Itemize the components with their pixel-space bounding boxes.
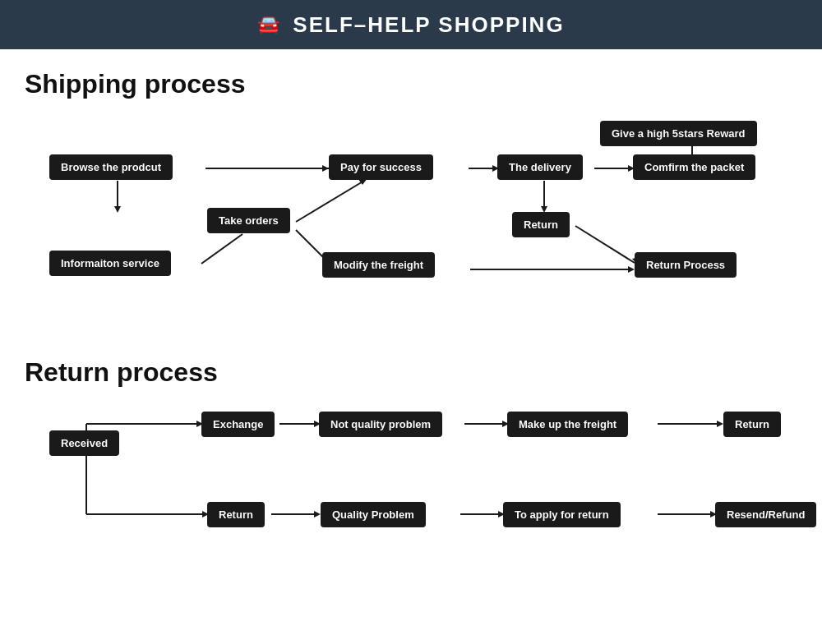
- browse-node: Browse the prodcut: [49, 154, 173, 180]
- svg-marker-34: [314, 511, 321, 518]
- delivery-node: The delivery: [497, 154, 583, 180]
- svg-marker-1: [114, 206, 121, 213]
- take-orders-node: Take orders: [207, 208, 290, 233]
- shipping-title: Shipping process: [25, 69, 797, 99]
- header: 🚘 SELF–HELP SHOPPING: [0, 0, 822, 49]
- svg-line-4: [296, 181, 364, 222]
- svg-line-8: [201, 234, 242, 264]
- return1-node: Return: [723, 412, 781, 437]
- quality-problem-node: Quality Problem: [321, 502, 426, 527]
- shipping-diagram: Browse the prodcut Take orders Informait…: [25, 119, 797, 357]
- apply-return-node: To apply for return: [503, 502, 621, 527]
- svg-marker-20: [628, 266, 635, 273]
- main-content: Shipping process: [0, 49, 822, 608]
- info-service-node: Informaiton service: [49, 251, 171, 276]
- return-section: Return process: [25, 357, 797, 588]
- svg-marker-3: [322, 165, 329, 172]
- return2-node: Return: [207, 502, 265, 527]
- return-process-node: Return Process: [635, 252, 737, 278]
- five-stars-node: Give a high 5stars Reward: [600, 121, 757, 146]
- svg-marker-32: [717, 421, 723, 427]
- not-quality-node: Not quality problem: [319, 412, 442, 437]
- received-node: Received: [49, 430, 119, 456]
- return-title: Return process: [25, 357, 797, 388]
- car-icon: 🚘: [257, 14, 279, 35]
- make-up-freight-node: Make up the freight: [507, 412, 628, 437]
- return-diagram: Received Exchange Not quality problem Ma…: [25, 407, 797, 588]
- exchange-node: Exchange: [201, 412, 275, 437]
- svg-line-17: [575, 226, 635, 263]
- pay-node: Pay for success: [329, 154, 433, 180]
- modify-freight-node: Modify the freight: [322, 252, 435, 278]
- return-node: Return: [512, 212, 570, 237]
- confirm-node: Comfirm the packet: [633, 154, 755, 180]
- resend-refund-node: Resend/Refund: [715, 502, 816, 527]
- header-title: SELF–HELP SHOPPING: [293, 12, 564, 38]
- shipping-section: Shipping process: [25, 69, 797, 357]
